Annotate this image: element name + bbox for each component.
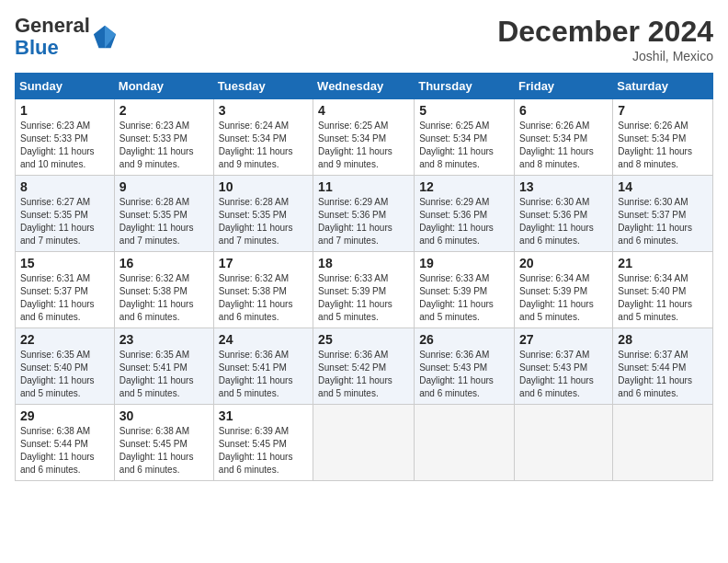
day-info: Sunrise: 6:26 AMSunset: 5:34 PMDaylight:… [519,120,608,171]
calendar-cell: 27Sunrise: 6:37 AMSunset: 5:43 PMDayligh… [515,328,613,405]
day-info: Sunrise: 6:35 AMSunset: 5:41 PMDaylight:… [119,349,209,400]
day-number: 8 [20,179,109,194]
day-info: Sunrise: 6:23 AMSunset: 5:33 PMDaylight:… [119,120,209,171]
day-number: 28 [618,332,708,347]
day-number: 4 [318,103,409,118]
day-number: 1 [20,103,109,118]
calendar-cell [515,405,613,481]
day-number: 19 [419,256,509,270]
day-number: 25 [318,332,409,347]
day-info: Sunrise: 6:24 AMSunset: 5:34 PMDaylight:… [219,120,308,171]
calendar-cell: 20Sunrise: 6:34 AMSunset: 5:39 PMDayligh… [515,252,613,328]
header-cell-sunday: Sunday [16,74,115,99]
day-info: Sunrise: 6:27 AMSunset: 5:35 PMDaylight:… [20,196,109,247]
day-info: Sunrise: 6:36 AMSunset: 5:42 PMDaylight:… [318,349,409,400]
day-number: 29 [20,408,109,423]
calendar-cell: 28Sunrise: 6:37 AMSunset: 5:44 PMDayligh… [613,328,713,405]
header-cell-friday: Friday [515,74,613,99]
calendar-week-row: 29Sunrise: 6:38 AMSunset: 5:44 PMDayligh… [16,405,713,481]
calendar-cell: 8Sunrise: 6:27 AMSunset: 5:35 PMDaylight… [16,176,115,252]
day-number: 15 [20,256,109,270]
day-number: 26 [419,332,509,347]
day-info: Sunrise: 6:25 AMSunset: 5:34 PMDaylight:… [419,120,509,171]
page-header: General Blue December 2024 Joshil, Mexic… [15,15,713,63]
day-info: Sunrise: 6:32 AMSunset: 5:38 PMDaylight:… [119,272,209,324]
day-number: 22 [20,332,109,347]
calendar-cell: 16Sunrise: 6:32 AMSunset: 5:38 PMDayligh… [114,252,213,328]
day-number: 18 [318,256,409,270]
calendar-cell: 7Sunrise: 6:26 AMSunset: 5:34 PMDaylight… [613,99,713,176]
day-info: Sunrise: 6:30 AMSunset: 5:36 PMDaylight:… [519,196,608,247]
header-cell-monday: Monday [114,74,213,99]
calendar-cell: 2Sunrise: 6:23 AMSunset: 5:33 PMDaylight… [114,99,213,176]
calendar-cell: 29Sunrise: 6:38 AMSunset: 5:44 PMDayligh… [16,405,115,481]
day-number: 31 [219,408,308,423]
calendar-cell: 13Sunrise: 6:30 AMSunset: 5:36 PMDayligh… [515,176,613,252]
header-cell-wednesday: Wednesday [313,74,415,99]
calendar-cell: 21Sunrise: 6:34 AMSunset: 5:40 PMDayligh… [613,252,713,328]
calendar-cell: 3Sunrise: 6:24 AMSunset: 5:34 PMDaylight… [213,99,313,176]
calendar-cell: 25Sunrise: 6:36 AMSunset: 5:42 PMDayligh… [313,328,415,405]
calendar-header: SundayMondayTuesdayWednesdayThursdayFrid… [16,74,713,99]
calendar-cell: 6Sunrise: 6:26 AMSunset: 5:34 PMDaylight… [515,99,613,176]
day-info: Sunrise: 6:38 AMSunset: 5:45 PMDaylight:… [119,425,209,477]
day-number: 23 [119,332,209,347]
calendar-week-row: 8Sunrise: 6:27 AMSunset: 5:35 PMDaylight… [16,176,713,252]
calendar-cell: 17Sunrise: 6:32 AMSunset: 5:38 PMDayligh… [213,252,313,328]
calendar-cell [313,405,415,481]
day-number: 7 [618,103,708,118]
calendar-cell: 9Sunrise: 6:28 AMSunset: 5:35 PMDaylight… [114,176,213,252]
day-info: Sunrise: 6:34 AMSunset: 5:40 PMDaylight:… [618,272,708,324]
calendar-cell: 24Sunrise: 6:36 AMSunset: 5:41 PMDayligh… [213,328,313,405]
calendar-body: 1Sunrise: 6:23 AMSunset: 5:33 PMDaylight… [16,99,713,481]
day-number: 11 [318,179,409,194]
day-info: Sunrise: 6:23 AMSunset: 5:33 PMDaylight:… [20,120,109,171]
day-info: Sunrise: 6:35 AMSunset: 5:40 PMDaylight:… [20,349,109,400]
day-number: 30 [119,408,209,423]
day-info: Sunrise: 6:37 AMSunset: 5:43 PMDaylight:… [519,349,608,400]
calendar-cell: 31Sunrise: 6:39 AMSunset: 5:45 PMDayligh… [213,405,313,481]
day-info: Sunrise: 6:29 AMSunset: 5:36 PMDaylight:… [318,196,409,247]
calendar-cell: 11Sunrise: 6:29 AMSunset: 5:36 PMDayligh… [313,176,415,252]
calendar-week-row: 15Sunrise: 6:31 AMSunset: 5:37 PMDayligh… [16,252,713,328]
day-number: 2 [119,103,209,118]
day-number: 13 [519,179,608,194]
day-info: Sunrise: 6:38 AMSunset: 5:44 PMDaylight:… [20,425,109,477]
calendar-week-row: 22Sunrise: 6:35 AMSunset: 5:40 PMDayligh… [16,328,713,405]
day-number: 20 [519,256,608,270]
calendar-cell: 1Sunrise: 6:23 AMSunset: 5:33 PMDaylight… [16,99,115,176]
day-info: Sunrise: 6:34 AMSunset: 5:39 PMDaylight:… [519,272,608,324]
day-number: 27 [519,332,608,347]
location: Joshil, Mexico [497,49,713,63]
day-number: 24 [219,332,308,347]
calendar-cell [415,405,515,481]
calendar-cell: 15Sunrise: 6:31 AMSunset: 5:37 PMDayligh… [16,252,115,328]
logo-icon [92,24,118,50]
calendar-cell: 10Sunrise: 6:28 AMSunset: 5:35 PMDayligh… [213,176,313,252]
calendar-week-row: 1Sunrise: 6:23 AMSunset: 5:33 PMDaylight… [16,99,713,176]
day-number: 5 [419,103,509,118]
day-number: 21 [618,256,708,270]
logo-text: General Blue [15,15,90,59]
day-info: Sunrise: 6:26 AMSunset: 5:34 PMDaylight:… [618,120,708,171]
day-info: Sunrise: 6:25 AMSunset: 5:34 PMDaylight:… [318,120,409,171]
day-number: 3 [219,103,308,118]
calendar-cell: 4Sunrise: 6:25 AMSunset: 5:34 PMDaylight… [313,99,415,176]
day-number: 10 [219,179,308,194]
day-number: 12 [419,179,509,194]
day-number: 9 [119,179,209,194]
calendar-cell: 30Sunrise: 6:38 AMSunset: 5:45 PMDayligh… [114,405,213,481]
logo-general: General [15,14,90,37]
day-info: Sunrise: 6:29 AMSunset: 5:36 PMDaylight:… [419,196,509,247]
day-number: 16 [119,256,209,270]
day-info: Sunrise: 6:31 AMSunset: 5:37 PMDaylight:… [20,272,109,324]
header-cell-saturday: Saturday [613,74,713,99]
day-info: Sunrise: 6:36 AMSunset: 5:43 PMDaylight:… [419,349,509,400]
day-info: Sunrise: 6:28 AMSunset: 5:35 PMDaylight:… [219,196,308,247]
calendar-cell [613,405,713,481]
calendar-cell: 19Sunrise: 6:33 AMSunset: 5:39 PMDayligh… [415,252,515,328]
month-title: December 2024 [497,15,713,49]
calendar-cell: 12Sunrise: 6:29 AMSunset: 5:36 PMDayligh… [415,176,515,252]
calendar-cell: 18Sunrise: 6:33 AMSunset: 5:39 PMDayligh… [313,252,415,328]
day-info: Sunrise: 6:30 AMSunset: 5:37 PMDaylight:… [618,196,708,247]
